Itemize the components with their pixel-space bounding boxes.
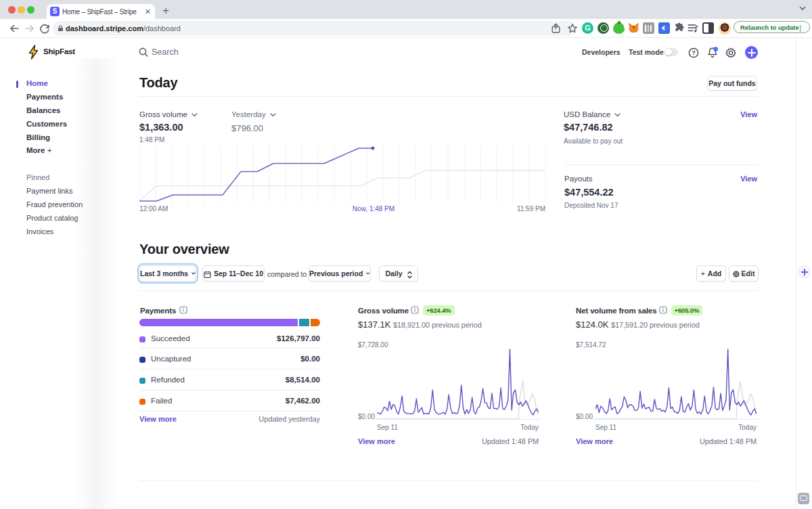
svg-text:?: ? <box>692 49 696 56</box>
